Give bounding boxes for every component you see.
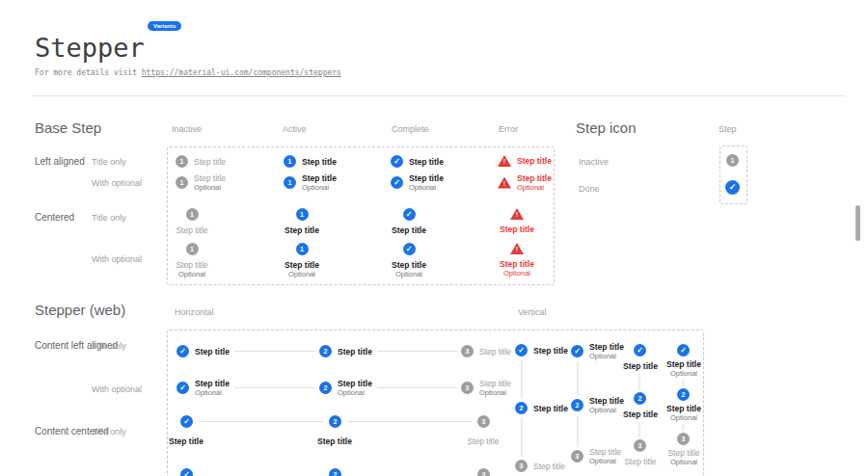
error-icon: ! xyxy=(498,155,511,167)
row-label-with-optional: With optional xyxy=(92,254,142,264)
step-active: 1 Step title Optional xyxy=(258,243,345,278)
step-number-icon: 2 xyxy=(677,388,690,401)
step-title: Step title xyxy=(392,260,426,270)
connector-line xyxy=(347,421,472,422)
step-title: Step title xyxy=(302,157,337,167)
section-heading-step-icon: Step icon xyxy=(576,119,637,136)
step-complete: ✓ Step title xyxy=(515,344,568,357)
step-number-icon: 1 xyxy=(176,155,188,168)
step-number-icon: 2 xyxy=(319,382,332,394)
step-number-icon: 3 xyxy=(461,345,474,357)
step-number-icon: 3 xyxy=(515,460,528,472)
step-complete: ✓ Step title Optional xyxy=(391,173,444,192)
connector-line xyxy=(577,415,579,447)
check-icon: ✓ xyxy=(176,345,189,357)
column-header-step: Step xyxy=(719,124,737,134)
step-inactive: 3 Step title xyxy=(515,460,565,472)
check-icon: ✓ xyxy=(176,382,189,394)
step-optional: Optional xyxy=(503,269,530,278)
connector-line xyxy=(521,417,523,457)
column-header-error: Error xyxy=(499,124,518,134)
check-icon: ✓ xyxy=(515,344,528,357)
variants-badge: Variants xyxy=(148,21,181,31)
column-header-inactive: Inactive xyxy=(172,124,202,134)
step-inactive: 1 Step title Optional xyxy=(176,173,226,192)
material-ui-link[interactable]: https://material-ui.com/components/stepp… xyxy=(142,68,341,77)
step-complete: ✓ Step title Optional xyxy=(366,243,452,278)
step-title: Step title xyxy=(500,225,534,234)
step-complete: ✓ Step title Optional xyxy=(176,379,230,397)
step-inactive: 3 Step title Optional xyxy=(461,379,511,397)
scrollbar-thumb[interactable] xyxy=(855,205,860,241)
step-optional: Optional xyxy=(655,413,713,422)
step-number-icon: 1 xyxy=(176,176,188,189)
step-title: Step title xyxy=(392,225,426,235)
step-active: 1 Step title xyxy=(284,155,337,168)
subtitle: For more details visit https://material-… xyxy=(35,68,341,77)
header-divider xyxy=(33,95,846,96)
check-icon: ✓ xyxy=(391,155,403,168)
section-heading-stepper-web: Stepper (web) xyxy=(35,302,125,318)
check-icon: ✓ xyxy=(571,345,583,357)
step-optional: Optional xyxy=(288,270,315,278)
step-title: Step title xyxy=(409,173,444,183)
step-error: ! Step title Optional xyxy=(474,243,560,278)
column-header-active: Active xyxy=(283,124,307,134)
step-title: Step title xyxy=(194,157,226,167)
check-icon: ✓ xyxy=(725,180,740,195)
step-title: Step title xyxy=(589,396,624,406)
step-number-icon: 1 xyxy=(284,176,296,189)
error-icon: ! xyxy=(510,208,524,220)
check-icon: ✓ xyxy=(180,415,193,428)
connector-line xyxy=(234,351,315,352)
row-label-done: Done xyxy=(579,184,600,194)
step-number-icon: 2 xyxy=(571,399,583,411)
step-title: Step title xyxy=(285,225,319,235)
connector-line xyxy=(638,422,640,437)
step-number-icon: 3 xyxy=(477,468,490,476)
step-number-icon: 2 xyxy=(329,415,341,428)
check-icon: ✓ xyxy=(403,243,416,255)
step-title: Step title xyxy=(655,448,713,458)
step-title: Step title xyxy=(302,173,337,183)
row-label-inactive: Inactive xyxy=(579,157,609,167)
step-number-icon: 3 xyxy=(634,439,646,452)
page-title: Stepper xyxy=(35,33,145,63)
step-number-icon: 2 xyxy=(515,402,528,414)
check-icon: ✓ xyxy=(180,468,193,476)
step-complete: ✓ Step title xyxy=(366,208,452,235)
connector-line xyxy=(377,351,457,352)
step-number-icon: 3 xyxy=(571,450,583,463)
step-complete: ✓ Step title Optional xyxy=(571,342,624,360)
step-number-icon: 1 xyxy=(296,208,309,221)
row-label-centered: Centered xyxy=(35,212,74,223)
step-optional: Optional xyxy=(479,388,511,397)
step-number-icon: 1 xyxy=(296,243,309,255)
error-icon: ! xyxy=(510,243,524,254)
step-title: Step title xyxy=(194,173,226,183)
step-active: 2 Step title xyxy=(515,402,568,414)
step-title: Step title xyxy=(195,347,230,357)
row-label-title-only: Title only xyxy=(92,213,126,223)
section-heading-base-step: Base Step xyxy=(35,119,101,136)
connector-line xyxy=(577,361,579,396)
check-icon: ✓ xyxy=(391,176,403,189)
step-title: Step title xyxy=(533,346,568,356)
step-optional: Optional xyxy=(409,183,444,192)
connector-line xyxy=(638,374,640,390)
step-title: Step title xyxy=(479,379,511,388)
row-label-left-aligned: Left aligned xyxy=(35,156,85,167)
step-number-icon: 2 xyxy=(329,468,341,476)
step-optional: Optional xyxy=(655,458,713,466)
step-error: ! Step title xyxy=(474,208,560,234)
step-number-icon: 1 xyxy=(726,154,739,167)
step-active: 2 Step title Optional xyxy=(319,379,372,397)
step-optional: Optional xyxy=(338,388,372,397)
step-title: Step title xyxy=(338,347,372,357)
row-label-title-only: Title only xyxy=(92,157,126,167)
row-label-title-only: Title only xyxy=(92,341,126,351)
step-title: Step title xyxy=(500,259,534,269)
check-icon: ✓ xyxy=(677,344,690,357)
step-optional: Optional xyxy=(655,369,713,378)
step-title: Step title xyxy=(479,347,511,357)
